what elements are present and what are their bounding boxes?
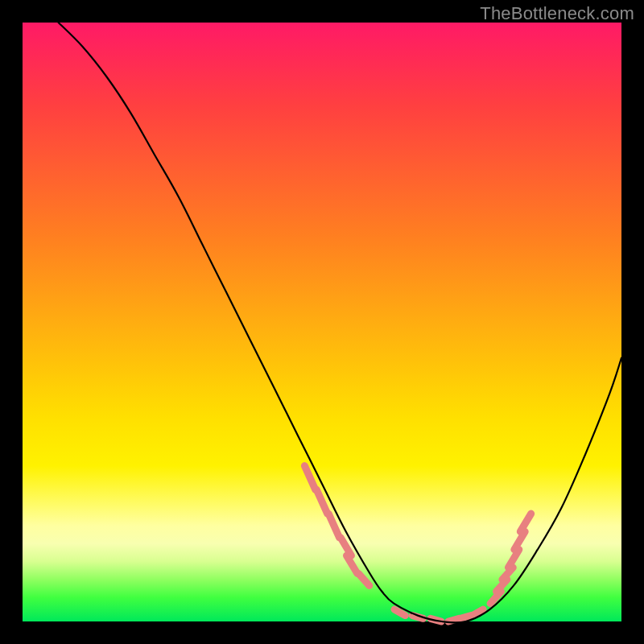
marker-dash [520,514,530,531]
plot-area [23,23,621,621]
chart-overlay [23,23,621,621]
chart-frame: TheBottleneck.com [0,0,644,644]
watermark-text: TheBottleneck.com [480,3,634,24]
marker-dash [304,466,315,490]
marker-dashes-group [304,466,530,621]
marker-dash [347,555,357,573]
marker-dash [394,609,405,616]
marker-dash [358,574,369,586]
